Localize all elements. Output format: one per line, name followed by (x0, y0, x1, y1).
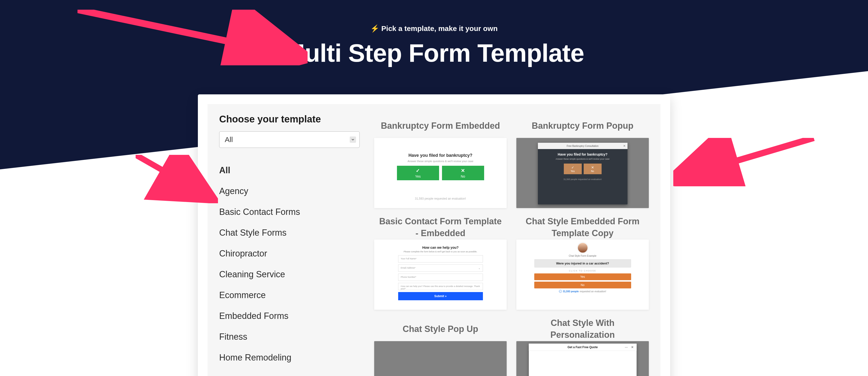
thumb-question: Have you filed for bankruptcy? (538, 152, 627, 156)
thumb-instruction: CLICK TO CHOOSE (534, 270, 631, 272)
hero-subtitle: ⚡ Pick a template, make it your own (0, 24, 868, 33)
thumb-field-msg: How can we help you? Please use this are… (398, 283, 483, 290)
category-item-basic-contact-forms[interactable]: Basic Contact Forms (219, 202, 360, 223)
thumb-field-name: Your Full Name* (398, 255, 483, 263)
check-icon: ✓ (416, 168, 420, 173)
template-thumbnail-basic-contact-form[interactable]: How can we help you? Please complete the… (374, 240, 507, 310)
category-item-embedded-forms[interactable]: Embedded Forms (219, 306, 360, 327)
thumb-modal: Free Bankruptcy Consultation ✕ Have you … (538, 143, 627, 204)
category-select-value: All (225, 136, 233, 144)
thumb-caption: Chat Style Form Example (534, 254, 631, 257)
svg-line-2 (683, 138, 814, 177)
template-thumbnail-bankruptcy-embedded[interactable]: Have you filed for bankruptcy? Answer th… (374, 138, 507, 208)
template-thumbnail-chat-popup[interactable]: Free Case Evaluation ✕ (374, 341, 507, 376)
thumb-sub: Please complete the form below & we'll g… (398, 250, 483, 253)
template-title: Basic Contact Form Template - Embedded (374, 215, 507, 240)
minimize-icon: — (625, 345, 628, 349)
category-item-chiropractor[interactable]: Chiropractor (219, 243, 360, 264)
category-item-fitness[interactable]: Fitness (219, 327, 360, 347)
main-card: Choose your template All All Agency Basi… (198, 94, 670, 376)
template-card: Bankruptcy Form Embedded Have you filed … (374, 114, 507, 208)
svg-line-1 (135, 155, 204, 194)
annotation-arrow-icon (673, 138, 818, 186)
category-select[interactable]: All (219, 131, 360, 148)
template-thumbnail-chat-personalization[interactable]: Get a Fast Free Quote — ✕ (516, 341, 649, 376)
template-title: Chat Style With Personalization (516, 317, 649, 341)
chevron-down-icon (350, 136, 356, 143)
template-card: Basic Contact Form Template - Embedded H… (374, 215, 507, 310)
thumb-footer: 31,593 people requested an evaluation! (374, 197, 507, 200)
category-item-cleaning-service[interactable]: Cleaning Service (219, 264, 360, 285)
category-list: All Agency Basic Contact Forms Chat Styl… (219, 160, 360, 368)
template-card: Bankruptcy Form Popup Free Bankruptcy Co… (516, 114, 649, 208)
thumb-bubble: Were you injured in a car accident? (534, 259, 631, 268)
thumb-no-button: No (534, 282, 631, 288)
category-item-chat-style-forms[interactable]: Chat Style Forms (219, 223, 360, 243)
category-item-agency[interactable]: Agency (219, 181, 360, 202)
templates-grid: Bankruptcy Form Embedded Have you filed … (374, 114, 649, 376)
avatar (578, 242, 588, 253)
template-thumbnail-chat-embedded[interactable]: Chat Style Form Example Were you injured… (516, 240, 649, 310)
template-thumbnail-bankruptcy-popup[interactable]: Free Bankruptcy Consultation ✕ Have you … (516, 138, 649, 208)
template-card: Chat Style With Personalization Get a Fa… (516, 317, 649, 376)
thumb-no-button: ✕ No (442, 166, 484, 180)
category-item-home-remodeling[interactable]: Home Remodeling (219, 347, 360, 368)
thumb-subtitle: Answer these simple questions & we'll re… (374, 160, 507, 163)
thumb-yes-button: ✓ Yes (564, 164, 582, 174)
close-icon: ✕ (591, 166, 594, 169)
template-card: Chat Style Embedded Form Template Copy C… (516, 215, 649, 310)
sidebar: Choose your template All All Agency Basi… (219, 114, 360, 376)
close-icon: ✕ (631, 345, 633, 349)
modal-title: Get a Fast Free Quote (567, 345, 598, 349)
template-title: Chat Style Embedded Form Template Copy (516, 215, 649, 240)
close-icon: ✕ (623, 144, 626, 147)
thumb-result-line: ✓ 31,593 people requested an evaluation! (534, 290, 631, 293)
thumb-subtitle: Answer these simple questions & we'll re… (538, 158, 627, 160)
template-title: Chat Style Pop Up (400, 317, 480, 341)
close-icon: ✕ (461, 168, 465, 173)
category-item-ecommerce[interactable]: Ecommerce (219, 285, 360, 306)
check-circle-icon: ✓ (559, 290, 562, 293)
modal-title: Free Bankruptcy Consultation (567, 145, 599, 147)
category-item-all[interactable]: All (219, 160, 360, 181)
chevron-down-icon: ⌄ (478, 267, 480, 270)
thumb-footer: 31,593 people requested an evaluation! (538, 178, 627, 180)
thumb-question: Have you filed for bankruptcy? (374, 153, 507, 158)
thumb-yes-button: Yes (534, 273, 631, 280)
thumb-heading: How can we help you? (398, 246, 483, 249)
template-card: Chat Style Pop Up Free Case Evaluation ✕ (374, 317, 507, 376)
page-title: Multi Step Form Template (0, 40, 868, 66)
thumb-submit-button: Submit » (398, 292, 483, 300)
template-title: Bankruptcy Form Popup (529, 114, 636, 138)
thumb-yes-button: ✓ Yes (397, 166, 439, 180)
thumb-field-phone: Phone Number* (398, 274, 483, 281)
thumb-no-button: ✕ No (584, 164, 601, 174)
thumb-field-email: Email Address* ⌄ (398, 265, 483, 272)
check-icon: ✓ (571, 166, 574, 169)
template-title: Bankruptcy Form Embedded (378, 114, 502, 138)
sidebar-heading: Choose your template (219, 114, 360, 125)
thumb-modal: Get a Fast Free Quote — ✕ (529, 344, 637, 376)
